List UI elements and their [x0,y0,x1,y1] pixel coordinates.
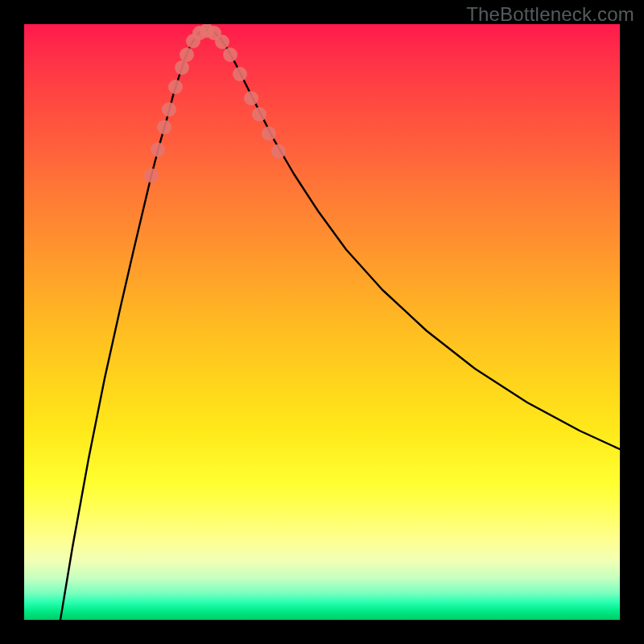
marker-dot [162,102,176,117]
plot-area [24,24,620,620]
marker-dot [223,47,237,62]
marker-dot [252,107,266,122]
marker-dot [157,120,171,134]
marker-dot [168,80,183,94]
series-left-branch [60,32,200,620]
outer-frame: TheBottleneck.com [0,0,644,644]
marker-dot [180,47,194,62]
marker-dot [175,60,189,75]
marker-dot [262,126,276,141]
watermark-text: TheBottleneck.com [466,3,634,26]
marker-dot [244,91,258,105]
curve-layer [24,24,620,620]
marker-dot [144,168,159,183]
bottleneck-curve [60,31,620,620]
marker-dot [151,142,165,157]
marker-dot [233,67,247,81]
series-right-branch [214,32,620,449]
marker-dot [271,144,286,159]
marker-dot [215,35,229,49]
data-markers [144,24,286,183]
